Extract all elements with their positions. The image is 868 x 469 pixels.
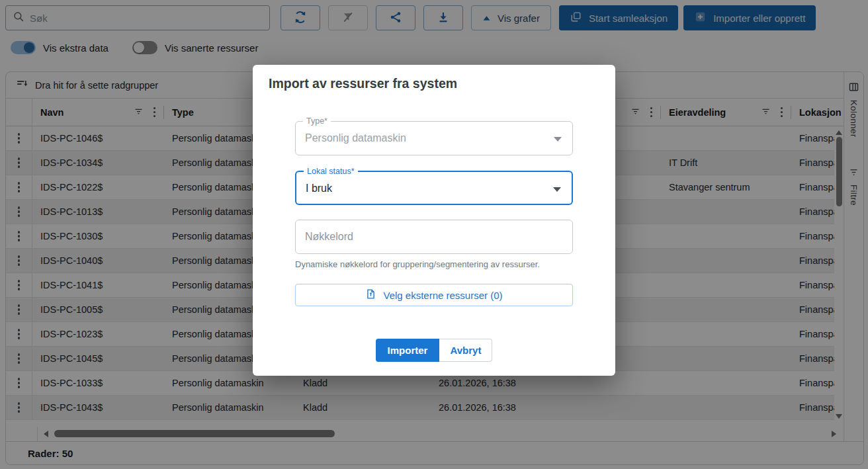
lokal-status-select[interactable]: Lokal status* I bruk	[295, 171, 573, 205]
dialog-title: Import av ressurser fra system	[269, 76, 457, 91]
import-dialog: Import av ressurser fra system Type* Per…	[253, 65, 615, 376]
file-upload-icon	[365, 288, 376, 302]
select-external-resources-button[interactable]: Velg eksterne ressurser (0)	[295, 284, 573, 306]
dropdown-arrow-icon	[553, 187, 561, 192]
dropdown-arrow-icon	[554, 137, 562, 142]
type-select[interactable]: Type* Personlig datamaskin	[295, 121, 573, 155]
type-select-value: Personlig datamaskin	[305, 122, 406, 155]
cancel-button[interactable]: Avbryt	[439, 339, 492, 362]
lokal-status-value: I bruk	[306, 172, 332, 205]
keywords-field	[295, 220, 573, 254]
select-external-resources-label: Velg eksterne ressurser (0)	[383, 290, 502, 301]
import-button[interactable]: Importer	[376, 339, 440, 362]
keywords-helper-text: Dynamiske nøkkelord for gruppering/segme…	[295, 259, 573, 269]
keywords-input[interactable]	[296, 220, 572, 253]
